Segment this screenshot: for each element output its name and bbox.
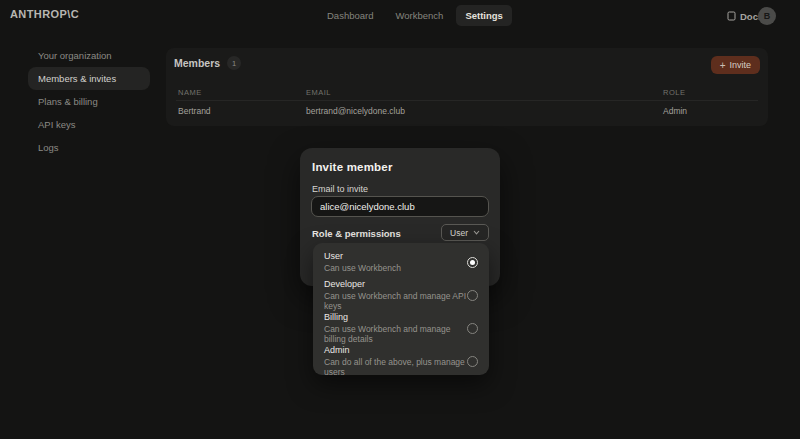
sidebar-item-members-invites[interactable]: Members & invites — [28, 67, 150, 90]
tab-dashboard[interactable]: Dashboard — [318, 5, 382, 26]
radio-billing[interactable] — [467, 323, 478, 334]
role-dropdown[interactable]: User — [441, 224, 489, 241]
invite-button-label: Invite — [729, 60, 751, 70]
sidebar-item-logs[interactable]: Logs — [28, 136, 150, 159]
table-divider — [176, 100, 758, 101]
sidebar-item-api-keys[interactable]: API keys — [28, 113, 150, 136]
role-option-user[interactable]: User Can use Workbench — [313, 243, 489, 276]
role-option-billing[interactable]: Billing Can use Workbench and manage bil… — [313, 309, 489, 342]
sidebar-item-plans-billing[interactable]: Plans & billing — [28, 90, 150, 113]
option-description: Can do all of the above, plus manage use… — [324, 357, 467, 377]
role-options-popover: User Can use Workbench Developer Can use… — [313, 243, 489, 375]
radio-user[interactable] — [467, 257, 478, 268]
role-option-admin[interactable]: Admin Can do all of the above, plus mana… — [313, 342, 489, 375]
member-row-role: Admin — [663, 106, 687, 116]
option-description: Can use Workbench — [324, 263, 401, 273]
option-title: Billing — [324, 312, 467, 322]
top-bar: ANTHROP\C Dashboard Workbench Settings D… — [0, 0, 800, 32]
plus-icon: + — [720, 60, 726, 71]
column-header-role: ROLE — [663, 88, 685, 97]
email-to-invite-label: Email to invite — [312, 184, 368, 194]
option-title: User — [324, 251, 401, 261]
members-panel-header: Members 1 — [174, 56, 241, 70]
option-title: Admin — [324, 345, 467, 355]
avatar[interactable]: B — [758, 7, 776, 25]
email-input[interactable] — [311, 196, 489, 217]
docs-icon — [727, 11, 736, 21]
modal-title: Invite member — [312, 161, 393, 173]
radio-admin[interactable] — [467, 356, 478, 367]
settings-sidebar: Your organization Members & invites Plan… — [28, 44, 150, 159]
member-row-name: Bertrand — [178, 106, 211, 116]
role-permissions-label: Role & permissions — [312, 228, 401, 239]
invite-button[interactable]: + Invite — [711, 56, 760, 74]
main-nav: Dashboard Workbench Settings — [318, 5, 512, 26]
sidebar-item-your-organization[interactable]: Your organization — [28, 44, 150, 67]
role-dropdown-value: User — [450, 228, 468, 238]
option-description: Can use Workbench and manage billing det… — [324, 324, 467, 344]
option-description: Can use Workbench and manage API keys — [324, 291, 467, 311]
members-panel: Members 1 + Invite NAME EMAIL ROLE Bertr… — [166, 48, 768, 126]
member-row-email: bertrand@nicelydone.club — [306, 106, 405, 116]
members-count-badge: 1 — [227, 56, 241, 70]
anthropic-logo: ANTHROP\C — [10, 8, 79, 20]
option-title: Developer — [324, 279, 467, 289]
tab-settings[interactable]: Settings — [456, 5, 511, 26]
tab-workbench[interactable]: Workbench — [386, 5, 452, 26]
column-header-email: EMAIL — [306, 88, 331, 97]
chevron-down-icon — [473, 230, 480, 235]
app-root: ANTHROP\C Dashboard Workbench Settings D… — [0, 0, 800, 439]
role-option-developer[interactable]: Developer Can use Workbench and manage A… — [313, 276, 489, 309]
members-title: Members — [174, 57, 220, 69]
column-header-name: NAME — [178, 88, 202, 97]
radio-developer[interactable] — [467, 290, 478, 301]
